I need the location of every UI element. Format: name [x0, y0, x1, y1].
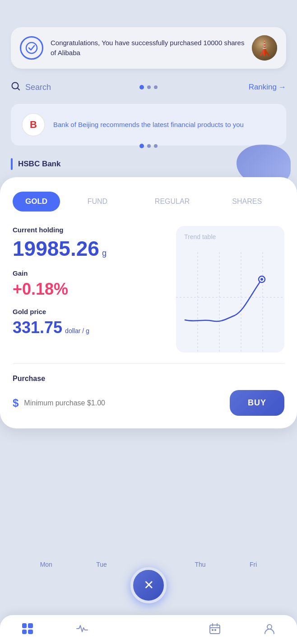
- avatar: [252, 35, 277, 61]
- bank-text: Bank of Beijing recommends the latest fi…: [53, 120, 244, 130]
- nav-calendar[interactable]: [209, 622, 221, 635]
- carousel-dots-2: [139, 144, 158, 148]
- gold-price-row: 331.75 dollar / g: [13, 318, 167, 337]
- svg-rect-10: [212, 629, 213, 631]
- main-card: GOLD FUND REGULAR SHARES Current holding…: [0, 177, 297, 428]
- hsbc-section: HSBC Bank: [11, 158, 286, 170]
- hsbc-indicator: [11, 158, 13, 170]
- gain-value: +0.18%: [13, 280, 167, 299]
- check-icon: [20, 36, 43, 60]
- dot-active-2: [139, 144, 144, 148]
- day-mon: Mon: [40, 561, 52, 568]
- carousel-dots: [139, 85, 158, 89]
- dot-2: [154, 85, 158, 89]
- holding-value: 19985.26: [13, 237, 99, 260]
- nav-profile[interactable]: [263, 622, 276, 635]
- close-icon: ✕: [144, 579, 154, 592]
- holding-unit: g: [102, 249, 107, 258]
- search-icon: [11, 81, 21, 93]
- svg-point-12: [267, 625, 272, 629]
- svg-point-0: [26, 42, 37, 53]
- day-fri: Fri: [250, 561, 257, 568]
- home-icon: [21, 622, 34, 635]
- bottom-nav: [0, 615, 297, 644]
- dot-active: [139, 85, 144, 89]
- holding-row: 19985.26 g: [13, 237, 167, 260]
- dollar-icon: $: [13, 397, 19, 409]
- grid-icon: [22, 623, 33, 634]
- pulse-icon: [76, 622, 88, 635]
- card-content: Current holding 19985.26 g Gain +0.18% G…: [13, 226, 284, 353]
- tab-gold[interactable]: GOLD: [13, 192, 60, 212]
- notification-bar: Congratulations, You have successfully p…: [11, 27, 286, 69]
- notification-text: Congratulations, You have successfully p…: [51, 38, 245, 58]
- hsbc-label: HSBC Bank: [18, 160, 60, 169]
- divider: [13, 363, 284, 364]
- gold-price-unit: dollar / g: [65, 327, 89, 334]
- calendar-icon: [209, 622, 221, 635]
- nav-pulse[interactable]: [76, 622, 88, 635]
- svg-rect-11: [214, 629, 216, 631]
- trend-chart: Trend table: [176, 226, 284, 353]
- search-bar[interactable]: Search: [11, 81, 249, 93]
- search-label: Search: [25, 83, 51, 92]
- svg-point-8: [260, 278, 263, 281]
- card-left: Current holding 19985.26 g Gain +0.18% G…: [13, 226, 167, 353]
- tab-regular[interactable]: REGULAR: [135, 192, 210, 211]
- tab-shares[interactable]: SHARES: [209, 192, 284, 211]
- gold-price-label: Gold price: [13, 308, 167, 315]
- tab-bar: GOLD FUND REGULAR SHARES: [13, 192, 284, 212]
- day-thu: Thu: [195, 561, 205, 568]
- purchase-label: Purchase: [13, 375, 284, 383]
- purchase-input[interactable]: [24, 399, 224, 407]
- profile-icon: [263, 622, 276, 635]
- bank-logo: B: [22, 113, 45, 136]
- buy-button[interactable]: BUY: [230, 390, 284, 416]
- tab-fund[interactable]: FUND: [60, 192, 135, 211]
- bank-recommendation-card[interactable]: B Bank of Beijing recommends the latest …: [11, 104, 286, 146]
- dot-3: [147, 144, 151, 148]
- nav-home[interactable]: [21, 622, 34, 635]
- gold-price-value: 331.75: [13, 318, 62, 337]
- trend-label: Trend table: [184, 233, 216, 240]
- trend-svg: [176, 251, 284, 353]
- purchase-row: $ BUY: [13, 390, 284, 416]
- current-holding-label: Current holding: [13, 226, 167, 234]
- dot-4: [154, 144, 158, 148]
- day-tue: Tue: [96, 561, 107, 568]
- fab-close-button[interactable]: ✕: [130, 567, 167, 603]
- dot-1: [147, 85, 151, 89]
- gain-label: Gain: [13, 269, 167, 277]
- ranking-link[interactable]: Ranking →: [249, 83, 286, 92]
